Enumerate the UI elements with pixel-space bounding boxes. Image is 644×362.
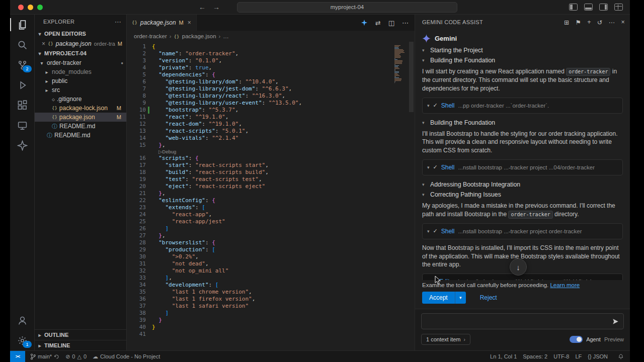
minimize-window-button[interactable] — [28, 5, 33, 10]
code-line: 14 "web-vitals": "^2.1.4" — [127, 135, 415, 142]
status-cursor-position[interactable]: Ln 1, Col 1 — [487, 353, 520, 359]
activity-gemini[interactable] — [10, 135, 34, 155]
tree-item-gitignore[interactable]: ◇.gitignore — [35, 95, 126, 104]
breadcrumb[interactable]: order-tracker›{} package.json›… — [127, 31, 415, 42]
line-number: 2 — [127, 50, 146, 57]
panel-view-icon[interactable]: ⊞ — [564, 19, 570, 26]
close-panel-icon[interactable]: × — [621, 19, 625, 26]
activity-settings[interactable]: 1 — [10, 330, 34, 350]
agent-toggle[interactable] — [570, 336, 583, 343]
chat-section-header[interactable]: ▾Correcting Pathing Issues — [422, 190, 623, 199]
activity-search[interactable] — [10, 35, 34, 55]
chat-section-header[interactable]: ▾Addressing Bootstrap Integration — [422, 180, 623, 189]
back-icon[interactable]: ← — [199, 3, 206, 11]
section-title: Starting the Project — [430, 47, 483, 54]
tree-item-package-lock-json[interactable]: {}package-lock.jsonM — [35, 104, 126, 113]
chat-section-header[interactable]: ▾Building the Foundation — [422, 118, 623, 127]
explorer-more-icon[interactable]: ⋯ — [115, 18, 121, 26]
breadcrumb-item-order-tracker[interactable]: order-tracker — [134, 33, 167, 39]
history-icon[interactable]: ↺ — [597, 19, 603, 26]
pin-icon[interactable]: ⚑ — [576, 19, 582, 26]
assistant-name: Gemini — [435, 35, 457, 42]
status-encoding[interactable]: UTF-8 — [550, 353, 572, 359]
reject-button[interactable]: Reject — [477, 294, 500, 302]
line-number: 12 — [127, 121, 146, 128]
tool-call-shell-card[interactable]: ▾✓Shell...nstall bootstrap ...-tracker p… — [422, 159, 623, 175]
send-icon[interactable] — [612, 318, 619, 325]
accept-dropdown-icon[interactable]: ▾ — [455, 292, 466, 304]
prompt-input[interactable] — [426, 317, 608, 325]
editor-scrollbar[interactable] — [408, 42, 415, 350]
more-actions-icon[interactable]: ⋯ — [402, 19, 409, 27]
tree-item-readme-md[interactable]: ⓘREADME.md — [35, 131, 126, 140]
tool-approval: Examine the tool call carefully before p… — [422, 280, 623, 306]
status-language-mode[interactable]: {} JSON — [585, 353, 611, 359]
code-line: 8 "@testing-library/react": "^16.3.0", — [127, 93, 415, 100]
line-number: 9 — [127, 100, 146, 107]
activity-run-debug[interactable] — [10, 75, 34, 95]
workspace-title: myproject-04 — [331, 4, 364, 10]
learn-more-link[interactable]: Learn more — [550, 282, 580, 288]
tree-item-public[interactable]: ▸public — [35, 76, 126, 85]
timeline-section[interactable]: ▸ TIMELINE — [35, 340, 126, 350]
code-editor[interactable]: 1{2 "name": "order-tracker",3 "version":… — [127, 42, 415, 350]
project-section[interactable]: ▾ MYPROJECT-04 — [35, 48, 126, 58]
breadcrumb-item-package-json[interactable]: {} package.json — [174, 33, 216, 39]
open-changes-icon[interactable]: ⇄ — [375, 19, 381, 27]
split-editor-icon[interactable]: ◫ — [388, 19, 394, 27]
activity-explorer[interactable] — [10, 15, 34, 35]
minimap[interactable] — [394, 44, 407, 85]
tree-item-node-modules[interactable]: ▸node_modules — [35, 67, 126, 76]
new-chat-icon[interactable]: + — [587, 19, 591, 26]
remote-indicator[interactable]: >< — [10, 351, 25, 362]
outline-section[interactable]: ▸ OUTLINE — [35, 329, 126, 340]
status-indentation[interactable]: Spaces: 2 — [520, 353, 550, 359]
tree-item-package-json[interactable]: {}package.jsonM — [35, 113, 126, 122]
branch-status[interactable]: main* — [27, 353, 62, 360]
breadcrumb-item-[interactable]: … — [223, 33, 229, 39]
git-modified-badge: M — [118, 41, 122, 47]
activity-remote-explorer[interactable] — [10, 115, 34, 135]
status-eol[interactable]: LF — [572, 353, 585, 359]
close-tab-icon[interactable]: × — [188, 19, 191, 26]
cloud-code-status[interactable]: ☁ Cloud Code - No Project — [90, 353, 163, 360]
activity-accounts[interactable] — [10, 310, 34, 330]
toggle-primary-sidebar-icon[interactable] — [569, 4, 578, 11]
open-editor-path: order-tra... — [94, 41, 115, 47]
toggle-panel-icon[interactable] — [584, 4, 593, 11]
line-number: 16 — [127, 155, 146, 162]
chat-section-header[interactable]: ▾Building the Foundation — [422, 56, 623, 65]
tree-item-src[interactable]: ▸src — [35, 85, 126, 95]
zoom-window-button[interactable] — [37, 5, 43, 10]
file-label: README.md — [59, 123, 95, 130]
tool-call-edit-card[interactable]: ▾●Edit...ker/src/index.js ...eportWebVit… — [422, 274, 623, 280]
forward-icon[interactable]: → — [213, 3, 220, 11]
activity-extensions[interactable] — [10, 95, 34, 115]
open-editors-section[interactable]: ▾ OPEN EDITORS — [35, 29, 126, 39]
notifications-bell[interactable] — [615, 351, 627, 362]
line-number: 13 — [127, 128, 146, 135]
command-center-search[interactable]: myproject-04 — [237, 2, 457, 13]
codelens-debug[interactable]: ▷Debug — [127, 149, 415, 155]
scroll-to-bottom-button[interactable]: ↓ — [510, 258, 527, 276]
tree-item-order-tracker[interactable]: ▾order-tracker● — [35, 58, 126, 67]
activity-source-control[interactable]: 2 — [10, 55, 34, 75]
open-editor-name: package.json — [56, 40, 92, 47]
more-actions-icon[interactable]: ⋯ — [609, 19, 615, 26]
customize-layout-icon[interactable] — [614, 4, 623, 11]
chat-section-header[interactable]: ▾Starting the Project — [422, 46, 623, 55]
tool-call-shell-card[interactable]: ▾✓Shell...nstall bootstrap ...-tracker p… — [422, 223, 623, 239]
accept-button[interactable]: Accept — [422, 292, 455, 304]
close-window-button[interactable] — [18, 5, 24, 10]
tree-item-readme-md[interactable]: ⓘREADME.md — [35, 122, 126, 131]
problems-status[interactable]: ⊘ 0 △ 0 — [62, 353, 90, 360]
line-number: 21 — [127, 190, 146, 197]
tab-package-json[interactable]: {} package.json M × — [127, 15, 197, 31]
open-editor-item[interactable]: × {} package.json order-tra... M — [35, 39, 126, 48]
tool-call-shell-card[interactable]: ▾✓Shell...pp order-tracker ...`order-tra… — [422, 98, 623, 114]
context-items-chip[interactable]: 1 context item › — [421, 334, 470, 345]
toggle-secondary-sidebar-icon[interactable] — [599, 4, 608, 11]
code-line: 39 } — [127, 317, 415, 324]
close-editor-icon[interactable]: × — [42, 40, 45, 47]
gemini-sparkle-icon[interactable] — [361, 19, 368, 26]
